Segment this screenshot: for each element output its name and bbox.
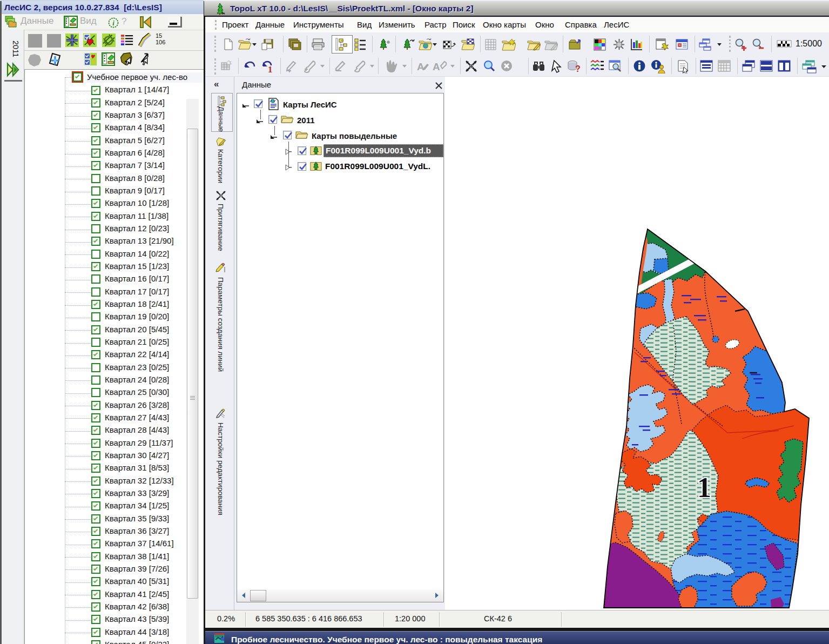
svg-text:1: 1 bbox=[697, 472, 711, 503]
svg-text:?: ? bbox=[575, 64, 581, 73]
svg-text:A: A bbox=[417, 61, 424, 72]
svg-text:A: A bbox=[433, 61, 440, 72]
svg-text:1: 1 bbox=[268, 64, 273, 73]
svg-text:i: i bbox=[112, 19, 114, 27]
